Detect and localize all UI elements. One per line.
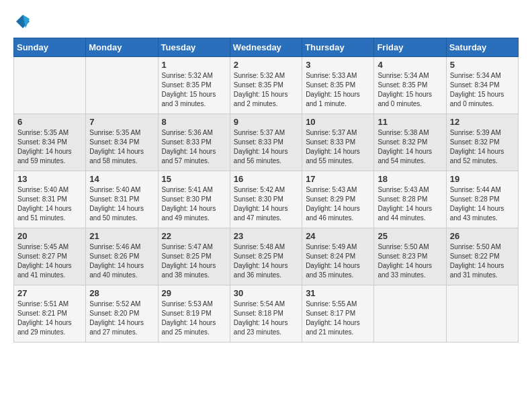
calendar-cell: 6Sunrise: 5:35 AM Sunset: 8:34 PM Daylig…	[14, 114, 86, 171]
calendar-cell	[86, 57, 158, 114]
day-number: 7	[89, 117, 154, 127]
day-number: 27	[17, 288, 82, 298]
day-number: 24	[306, 231, 370, 241]
calendar-cell: 1Sunrise: 5:32 AM Sunset: 8:35 PM Daylig…	[158, 57, 230, 114]
calendar-cell: 20Sunrise: 5:45 AM Sunset: 8:27 PM Dayli…	[14, 228, 86, 285]
day-info: Sunrise: 5:45 AM Sunset: 8:27 PM Dayligh…	[17, 242, 82, 280]
day-number: 2	[234, 60, 298, 70]
day-number: 31	[306, 288, 370, 298]
calendar-cell: 29Sunrise: 5:53 AM Sunset: 8:19 PM Dayli…	[158, 285, 230, 342]
day-number: 14	[89, 174, 154, 184]
calendar-cell: 22Sunrise: 5:47 AM Sunset: 8:25 PM Dayli…	[158, 228, 230, 285]
day-number: 6	[17, 117, 82, 127]
day-info: Sunrise: 5:32 AM Sunset: 8:35 PM Dayligh…	[162, 71, 226, 109]
day-info: Sunrise: 5:35 AM Sunset: 8:34 PM Dayligh…	[17, 128, 82, 166]
column-header-thursday: Thursday	[302, 38, 374, 57]
calendar-week-row: 1Sunrise: 5:32 AM Sunset: 8:35 PM Daylig…	[14, 57, 519, 114]
day-info: Sunrise: 5:53 AM Sunset: 8:19 PM Dayligh…	[162, 300, 226, 337]
day-info: Sunrise: 5:41 AM Sunset: 8:30 PM Dayligh…	[162, 185, 226, 223]
day-info: Sunrise: 5:48 AM Sunset: 8:25 PM Dayligh…	[234, 242, 298, 280]
day-info: Sunrise: 5:34 AM Sunset: 8:35 PM Dayligh…	[378, 71, 442, 109]
calendar-cell: 10Sunrise: 5:37 AM Sunset: 8:33 PM Dayli…	[302, 114, 374, 171]
calendar-table: SundayMondayTuesdayWednesdayThursdayFrid…	[13, 38, 519, 342]
day-info: Sunrise: 5:32 AM Sunset: 8:35 PM Dayligh…	[234, 71, 298, 109]
column-header-monday: Monday	[86, 38, 158, 57]
column-header-sunday: Sunday	[14, 38, 86, 57]
day-info: Sunrise: 5:49 AM Sunset: 8:24 PM Dayligh…	[306, 242, 370, 280]
calendar-week-row: 27Sunrise: 5:51 AM Sunset: 8:21 PM Dayli…	[14, 285, 519, 342]
day-info: Sunrise: 5:38 AM Sunset: 8:32 PM Dayligh…	[378, 128, 442, 166]
calendar-week-row: 13Sunrise: 5:40 AM Sunset: 8:31 PM Dayli…	[14, 171, 519, 228]
calendar-cell: 16Sunrise: 5:42 AM Sunset: 8:30 PM Dayli…	[230, 171, 302, 228]
calendar-cell: 28Sunrise: 5:52 AM Sunset: 8:20 PM Dayli…	[86, 285, 158, 342]
calendar-cell: 19Sunrise: 5:44 AM Sunset: 8:28 PM Dayli…	[446, 171, 518, 228]
calendar-cell: 23Sunrise: 5:48 AM Sunset: 8:25 PM Dayli…	[230, 228, 302, 285]
column-header-friday: Friday	[374, 38, 446, 57]
day-info: Sunrise: 5:37 AM Sunset: 8:33 PM Dayligh…	[306, 128, 370, 166]
day-info: Sunrise: 5:47 AM Sunset: 8:25 PM Dayligh…	[162, 242, 226, 280]
day-info: Sunrise: 5:50 AM Sunset: 8:23 PM Dayligh…	[378, 242, 442, 280]
day-info: Sunrise: 5:42 AM Sunset: 8:30 PM Dayligh…	[234, 185, 298, 223]
calendar-cell: 15Sunrise: 5:41 AM Sunset: 8:30 PM Dayli…	[158, 171, 230, 228]
day-number: 23	[234, 231, 298, 241]
day-info: Sunrise: 5:54 AM Sunset: 8:18 PM Dayligh…	[234, 300, 298, 337]
day-number: 15	[162, 174, 226, 184]
calendar-cell: 3Sunrise: 5:33 AM Sunset: 8:35 PM Daylig…	[302, 57, 374, 114]
day-number: 17	[306, 174, 370, 184]
day-info: Sunrise: 5:43 AM Sunset: 8:29 PM Dayligh…	[306, 185, 370, 223]
day-number: 19	[450, 174, 515, 184]
calendar-cell: 13Sunrise: 5:40 AM Sunset: 8:31 PM Dayli…	[14, 171, 86, 228]
column-header-tuesday: Tuesday	[158, 38, 230, 57]
calendar-cell: 27Sunrise: 5:51 AM Sunset: 8:21 PM Dayli…	[14, 285, 86, 342]
day-info: Sunrise: 5:35 AM Sunset: 8:34 PM Dayligh…	[89, 128, 154, 166]
day-info: Sunrise: 5:39 AM Sunset: 8:32 PM Dayligh…	[450, 128, 515, 166]
day-number: 12	[450, 117, 515, 127]
calendar-cell: 12Sunrise: 5:39 AM Sunset: 8:32 PM Dayli…	[446, 114, 518, 171]
calendar-cell: 31Sunrise: 5:55 AM Sunset: 8:17 PM Dayli…	[302, 285, 374, 342]
calendar-cell: 4Sunrise: 5:34 AM Sunset: 8:35 PM Daylig…	[374, 57, 446, 114]
day-info: Sunrise: 5:40 AM Sunset: 8:31 PM Dayligh…	[17, 185, 82, 223]
calendar-cell: 14Sunrise: 5:40 AM Sunset: 8:31 PM Dayli…	[86, 171, 158, 228]
day-info: Sunrise: 5:36 AM Sunset: 8:33 PM Dayligh…	[162, 128, 226, 166]
logo-icon	[15, 13, 31, 30]
day-info: Sunrise: 5:52 AM Sunset: 8:20 PM Dayligh…	[89, 300, 154, 337]
calendar-cell: 11Sunrise: 5:38 AM Sunset: 8:32 PM Dayli…	[374, 114, 446, 171]
day-info: Sunrise: 5:43 AM Sunset: 8:28 PM Dayligh…	[378, 185, 442, 223]
day-number: 29	[162, 288, 226, 298]
calendar-header-row: SundayMondayTuesdayWednesdayThursdayFrid…	[14, 38, 519, 57]
calendar-cell: 8Sunrise: 5:36 AM Sunset: 8:33 PM Daylig…	[158, 114, 230, 171]
day-info: Sunrise: 5:55 AM Sunset: 8:17 PM Dayligh…	[306, 300, 370, 337]
day-number: 26	[450, 231, 515, 241]
calendar-cell: 30Sunrise: 5:54 AM Sunset: 8:18 PM Dayli…	[230, 285, 302, 342]
day-number: 9	[234, 117, 298, 127]
calendar-week-row: 6Sunrise: 5:35 AM Sunset: 8:34 PM Daylig…	[14, 114, 519, 171]
day-number: 20	[17, 231, 82, 241]
day-info: Sunrise: 5:33 AM Sunset: 8:35 PM Dayligh…	[306, 71, 370, 109]
day-number: 30	[234, 288, 298, 298]
day-info: Sunrise: 5:37 AM Sunset: 8:33 PM Dayligh…	[234, 128, 298, 166]
calendar-cell	[14, 57, 86, 114]
day-number: 21	[89, 231, 154, 241]
day-number: 4	[378, 60, 442, 70]
day-number: 8	[162, 117, 226, 127]
day-info: Sunrise: 5:34 AM Sunset: 8:34 PM Dayligh…	[450, 71, 515, 109]
day-number: 3	[306, 60, 370, 70]
calendar-cell	[374, 285, 446, 342]
day-info: Sunrise: 5:40 AM Sunset: 8:31 PM Dayligh…	[89, 185, 154, 223]
day-number: 28	[89, 288, 154, 298]
day-info: Sunrise: 5:44 AM Sunset: 8:28 PM Dayligh…	[450, 185, 515, 223]
calendar-week-row: 20Sunrise: 5:45 AM Sunset: 8:27 PM Dayli…	[14, 228, 519, 285]
calendar-cell: 5Sunrise: 5:34 AM Sunset: 8:34 PM Daylig…	[446, 57, 518, 114]
logo	[13, 13, 31, 27]
day-number: 5	[450, 60, 515, 70]
column-header-saturday: Saturday	[446, 38, 518, 57]
page-header	[13, 13, 519, 27]
calendar-cell: 2Sunrise: 5:32 AM Sunset: 8:35 PM Daylig…	[230, 57, 302, 114]
calendar-cell: 26Sunrise: 5:50 AM Sunset: 8:22 PM Dayli…	[446, 228, 518, 285]
calendar-cell: 25Sunrise: 5:50 AM Sunset: 8:23 PM Dayli…	[374, 228, 446, 285]
column-header-wednesday: Wednesday	[230, 38, 302, 57]
day-info: Sunrise: 5:50 AM Sunset: 8:22 PM Dayligh…	[450, 242, 515, 280]
day-number: 16	[234, 174, 298, 184]
calendar-cell: 24Sunrise: 5:49 AM Sunset: 8:24 PM Dayli…	[302, 228, 374, 285]
calendar-cell	[446, 285, 518, 342]
